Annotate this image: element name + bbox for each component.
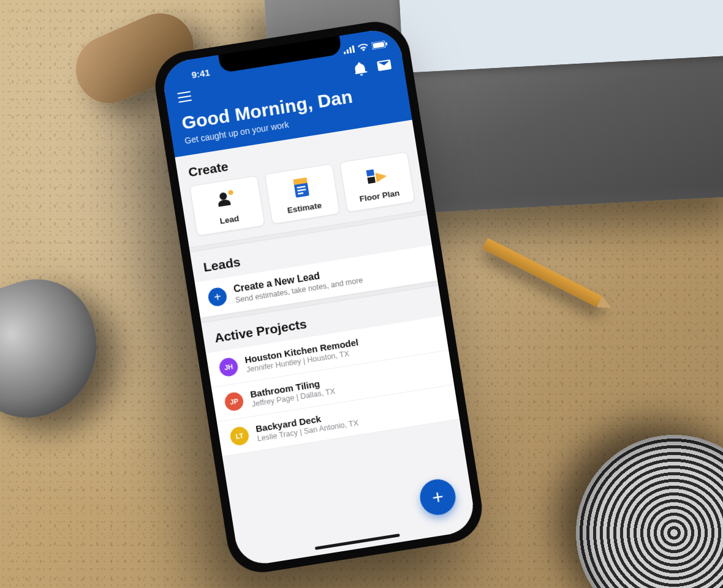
svg-rect-6	[385, 42, 387, 45]
svg-point-8	[228, 190, 233, 195]
prop-pencil	[482, 238, 602, 307]
lead-icon	[214, 187, 239, 212]
battery-icon	[371, 40, 388, 50]
status-indicators	[343, 40, 388, 54]
estimate-icon	[289, 175, 314, 200]
prop-hammer	[0, 264, 116, 434]
avatar: LT	[229, 426, 250, 447]
prop-graph-paper	[398, 0, 723, 73]
svg-rect-2	[349, 47, 352, 53]
desk-scene: 9:41	[0, 0, 723, 588]
svg-marker-16	[375, 171, 387, 183]
svg-rect-1	[346, 49, 349, 53]
avatar: JP	[224, 391, 244, 412]
mail-icon[interactable]	[377, 59, 392, 71]
signal-icon	[343, 45, 355, 55]
prop-tape-measure	[576, 435, 723, 588]
create-card-label: Lead	[219, 214, 240, 226]
bell-icon[interactable]	[354, 61, 368, 77]
svg-rect-15	[367, 176, 375, 184]
create-card-estimate[interactable]: Estimate	[265, 164, 341, 224]
svg-rect-0	[344, 51, 346, 54]
create-card-label: Estimate	[287, 201, 322, 216]
status-time: 9:41	[174, 67, 211, 83]
create-card-floorplan[interactable]: Floor Plan	[339, 151, 415, 212]
svg-rect-14	[366, 169, 374, 176]
svg-point-7	[219, 192, 227, 200]
svg-rect-5	[373, 42, 384, 48]
avatar: JH	[218, 356, 239, 377]
menu-button[interactable]	[177, 91, 192, 103]
svg-rect-3	[352, 45, 355, 53]
create-card-lead[interactable]: Lead	[189, 175, 265, 236]
plus-icon: +	[207, 287, 228, 307]
wifi-icon	[357, 43, 369, 52]
create-card-label: Floor Plan	[359, 188, 401, 203]
floorplan-icon	[364, 163, 389, 188]
